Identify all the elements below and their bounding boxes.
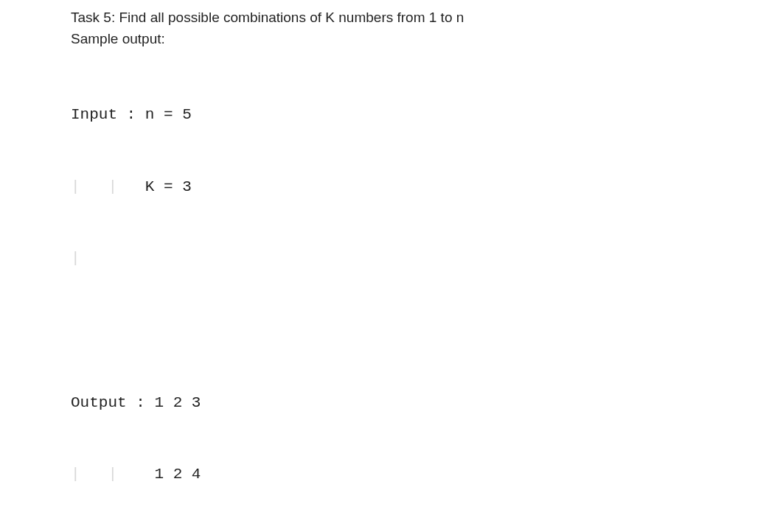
combination-row: 1 2 3 <box>154 394 201 411</box>
k-line: | | K = 3 <box>71 175 783 200</box>
task-title: Task 5: Find all possible combinations o… <box>71 7 783 29</box>
sample-code-block: Input : n = 5 | | K = 3 | Output : 1 2 3… <box>71 55 783 532</box>
input-label: Input : <box>71 106 136 123</box>
k-assignment: K = 3 <box>145 178 192 195</box>
combination-row: 1 2 4 <box>154 466 201 483</box>
task-header: Task 5: Find all possible combinations o… <box>71 7 783 49</box>
task-subtitle: Sample output: <box>71 29 783 50</box>
n-assignment: n = 5 <box>136 106 192 123</box>
blank-line: | <box>71 247 783 271</box>
indent-guide: | <box>71 250 80 267</box>
combination-line: | | 1 2 4 <box>71 463 783 487</box>
indent-guide: | | <box>71 178 145 195</box>
input-line: Input : n = 5 <box>71 103 783 127</box>
blank-line <box>71 319 783 343</box>
output-line: Output : 1 2 3 <box>71 391 783 416</box>
indent-guide: | | <box>71 466 154 483</box>
output-label: Output : <box>71 394 145 411</box>
